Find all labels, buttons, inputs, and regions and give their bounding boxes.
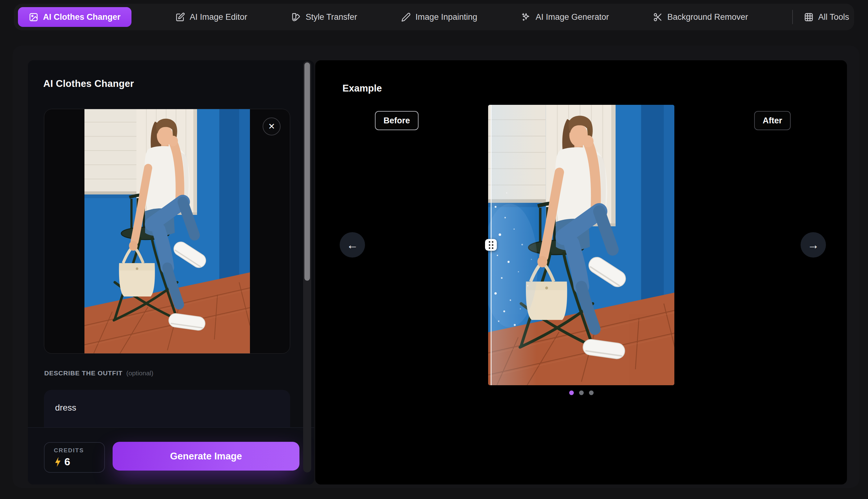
close-icon: ✕ [268,122,275,131]
example-panel: Example Before After [315,60,847,485]
tab-background-remover[interactable]: Background Remover [653,12,748,22]
before-after-image [488,105,674,385]
tab-ai-image-editor[interactable]: AI Image Editor [176,12,247,22]
tab-all-tools[interactable]: All Tools [804,12,849,22]
top-toolbar: AI Clothes Changer AI Image Editor Style… [14,4,854,30]
previous-example-button[interactable]: ← [340,232,365,257]
outfit-label: DESCRIBE THE OUTFIT [44,369,122,377]
example-title: Example [342,83,382,94]
sparkle-overlay [488,105,674,385]
panel-scrollbar-thumb[interactable] [304,62,310,281]
panel-scrollbar-track[interactable] [303,61,311,472]
tab-style-transfer[interactable]: Style Transfer [291,12,357,22]
panel-footer: CREDITS 6 Generate Image [28,427,314,485]
tab-label: AI Image Editor [190,12,247,22]
carousel-dot-1[interactable] [569,390,574,395]
before-badge: Before [375,111,419,130]
uploaded-image-card: ✕ [44,109,290,354]
credits-value: 6 [64,456,70,468]
tab-image-inpainting[interactable]: Image Inpainting [401,12,477,22]
credits-box: CREDITS 6 [44,442,105,473]
edit-icon [176,12,185,22]
arrow-left-icon: ← [347,239,358,252]
image-icon [29,12,38,22]
tool-panel-scroll-area[interactable]: AI Clothes Changer ✕ DESCRIBE THE OUTFIT… [28,60,314,427]
compare-drag-handle[interactable] [485,239,497,251]
tab-ai-clothes-changer[interactable]: AI Clothes Changer [18,7,131,27]
nav-divider [792,10,793,24]
outfit-description-input[interactable]: dress [44,390,290,427]
next-example-button[interactable]: → [800,232,826,257]
carousel-dot-3[interactable] [589,390,594,395]
tab-ai-image-generator[interactable]: AI Image Generator [521,12,609,22]
arrow-right-icon: → [807,239,819,252]
optional-label: (optional) [126,369,154,377]
generate-image-button[interactable]: Generate Image [112,442,299,471]
main-container: AI Clothes Changer ✕ DESCRIBE THE OUTFIT… [13,46,859,488]
credits-label: CREDITS [54,447,104,454]
pencil-icon [401,12,411,22]
scissors-icon [653,12,663,22]
uploaded-photo [84,109,250,353]
remove-image-button[interactable]: ✕ [263,118,280,135]
grid-icon [804,12,813,22]
carousel-dots [488,390,674,395]
tab-label: Image Inpainting [415,12,477,22]
sparkles-icon [521,12,531,22]
tab-label: Background Remover [667,12,748,22]
tab-label: AI Clothes Changer [43,12,121,22]
carousel-dot-2[interactable] [579,390,584,395]
outfit-label-row: DESCRIBE THE OUTFIT (optional) [44,369,154,377]
tool-panel: AI Clothes Changer ✕ DESCRIBE THE OUTFIT… [28,60,314,485]
page-title: AI Clothes Changer [43,78,134,89]
tab-label: Style Transfer [306,12,357,22]
swatch-icon [291,12,301,22]
lightning-icon [54,457,62,467]
after-badge: After [754,111,791,130]
tab-label: All Tools [818,12,849,22]
tab-label: AI Image Generator [535,12,609,22]
